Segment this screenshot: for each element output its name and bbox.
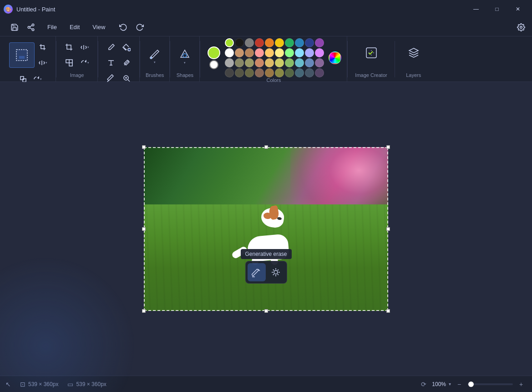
handle-br[interactable] (386, 309, 390, 313)
image-flip-button[interactable]: ▾ (77, 40, 92, 55)
title-bar: 🎨 Untitled - Paint — □ ✕ (0, 0, 532, 18)
canvas-size-icon: ▭ (67, 381, 73, 388)
color-swatch-sage[interactable] (285, 58, 294, 67)
color-swatch-gray[interactable] (245, 38, 254, 47)
color-swatch-dark-khaki[interactable] (275, 68, 284, 77)
handle-bl[interactable] (142, 309, 146, 313)
color-swatch-dark-sienna[interactable] (255, 68, 264, 77)
pencil-button[interactable] (104, 40, 118, 55)
secondary-color-swatch[interactable] (209, 60, 218, 69)
primary-color-swatch[interactable] (208, 46, 220, 59)
eraser-button[interactable] (119, 56, 134, 70)
color-swatch-gray-light[interactable] (225, 58, 234, 67)
color-swatch-mauve[interactable] (315, 58, 324, 67)
color-swatch-red[interactable] (255, 38, 264, 47)
color-swatch-pink-light[interactable] (255, 48, 264, 57)
color-swatch-dark-teal[interactable] (295, 68, 304, 77)
selection-tool-button[interactable] (9, 42, 35, 68)
image-rotate-button[interactable]: ▾ (77, 56, 92, 70)
magic-erase-button[interactable] (267, 263, 285, 281)
handle-tl[interactable] (142, 145, 146, 149)
floating-label: Generative erase (240, 249, 291, 259)
color-swatch-dark-gold[interactable] (265, 68, 274, 77)
handle-tm[interactable] (264, 145, 268, 149)
maximize-button[interactable]: □ (486, 2, 507, 16)
color-swatch-peach[interactable] (265, 48, 274, 57)
layers-button[interactable] (402, 40, 425, 66)
file-menu[interactable]: File (42, 22, 62, 32)
view-menu[interactable]: View (87, 22, 111, 32)
color-swatch-dark-gray[interactable] (225, 68, 234, 77)
canvas-image[interactable] (144, 147, 388, 311)
zoom-in-button[interactable]: + (516, 379, 527, 390)
fill-button[interactable] (119, 40, 134, 55)
svg-point-17 (150, 57, 152, 59)
color-swatch-purple[interactable] (315, 38, 324, 47)
svg-point-20 (274, 270, 278, 274)
color-swatch-slate[interactable] (305, 58, 314, 67)
color-swatch-dark-mauve[interactable] (315, 68, 324, 77)
color-swatch-brown-light[interactable] (245, 48, 254, 57)
text-button[interactable] (104, 56, 118, 70)
color-swatch-green-light[interactable] (285, 48, 294, 57)
color-swatch-purple-light[interactable] (315, 48, 324, 57)
save-button[interactable] (7, 20, 22, 35)
color-swatch-cyan-light[interactable] (295, 48, 304, 57)
brush-button[interactable]: ▾ (146, 45, 164, 68)
canvas-area[interactable]: Generative erase (0, 82, 532, 376)
color-swatch-olive1[interactable] (235, 58, 244, 67)
zoom-slider[interactable] (467, 383, 513, 385)
layers-section: Layers (395, 36, 432, 81)
generative-erase-button[interactable] (248, 263, 266, 281)
color-swatch-cyan[interactable] (295, 38, 304, 47)
color-swatch-orange[interactable] (265, 38, 274, 47)
zoom-out-button[interactable]: − (454, 379, 465, 390)
selection-size-icon: ⊡ (20, 381, 25, 388)
color-picker-button[interactable] (329, 51, 341, 64)
minimize-button[interactable]: — (466, 2, 486, 16)
color-swatch-sienna[interactable] (255, 58, 264, 67)
image-magic-button[interactable] (62, 56, 76, 70)
color-swatch-dark-olive2[interactable] (245, 68, 254, 77)
rotate-canvas-button[interactable]: ⟳ (418, 379, 429, 390)
color-swatch-blue[interactable] (305, 38, 314, 47)
color-swatch-yellow[interactable] (275, 38, 284, 47)
redo-button[interactable] (132, 20, 147, 35)
close-button[interactable]: ✕ (507, 2, 528, 16)
zoom-dropdown[interactable]: ▾ (449, 382, 451, 387)
color-swatch-white[interactable] (225, 48, 234, 57)
svg-rect-7 (19, 56, 25, 59)
color-swatch-blue-light[interactable] (305, 48, 314, 57)
zoom-thumb[interactable] (468, 382, 474, 387)
tools-section: Tools (98, 36, 140, 81)
color-swatch-yellow-light[interactable] (275, 48, 284, 57)
color-swatch-tan[interactable] (235, 48, 244, 57)
color-swatch-dark-slate[interactable] (305, 68, 314, 77)
undo-button[interactable] (116, 20, 131, 35)
selection-flip-button[interactable]: ▾ (35, 56, 50, 70)
color-swatch-dark-olive1[interactable] (235, 68, 244, 77)
selection-crop-button[interactable] (35, 40, 50, 55)
handle-mr[interactable] (386, 227, 390, 231)
color-swatch-green[interactable] (225, 38, 234, 47)
color-swatch-gold[interactable] (265, 58, 274, 67)
edit-menu[interactable]: Edit (64, 22, 85, 32)
handle-ml[interactable] (142, 227, 146, 231)
color-swatch-olive2[interactable] (245, 58, 254, 67)
share-button[interactable] (24, 20, 38, 35)
handle-tr[interactable] (386, 145, 390, 149)
handle-bm[interactable] (264, 309, 268, 313)
color-swatch-khaki[interactable] (275, 58, 284, 67)
svg-point-0 (32, 24, 34, 26)
image-creator-button[interactable] (360, 40, 383, 66)
shapes-button[interactable]: ▾ (176, 45, 194, 68)
crop-button[interactable] (62, 40, 76, 55)
zoom-level[interactable]: 100% (432, 381, 446, 387)
color-swatch-teal-light[interactable] (295, 58, 304, 67)
settings-button[interactable] (514, 20, 528, 35)
color-swatch-lime[interactable] (285, 38, 294, 47)
menu-bar: File Edit View (0, 18, 532, 36)
status-bar: ↖ ⊡ 539 × 360px ▭ 539 × 360px ⟳ 100% ▾ −… (0, 376, 532, 392)
color-swatch-dark-sage[interactable] (285, 68, 294, 77)
color-swatch-black[interactable] (235, 38, 244, 47)
